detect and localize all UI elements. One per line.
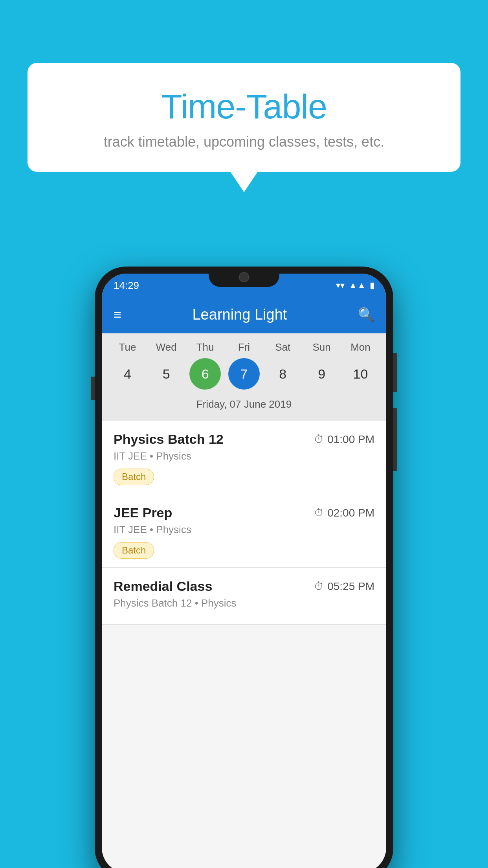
day-header-sat: Sat [267, 341, 299, 353]
side-button-power [393, 353, 397, 392]
speech-bubble-container: Time-Table track timetable, upcoming cla… [28, 63, 460, 172]
day-header-mon: Mon [345, 341, 376, 353]
day-number-6[interactable]: 6 [189, 358, 221, 390]
schedule-item-title-2: Remedial Class [114, 579, 212, 594]
day-number-5[interactable]: 5 [150, 358, 182, 390]
phone-frame: 14:29 ▾▾ ▲▲ ▮ ≡ Learning Light 🔍 TueWedT… [95, 267, 393, 868]
clock-icon-1: ⏱ [314, 507, 324, 519]
day-header-thu: Thu [189, 341, 221, 353]
schedule-item-header-1: JEE Prep ⏱ 02:00 PM [114, 505, 374, 520]
battery-icon: ▮ [370, 280, 374, 291]
schedule-item-subtitle-1: IIT JEE • Physics [114, 524, 374, 536]
schedule-item-subtitle-2: Physics Batch 12 • Physics [114, 597, 374, 609]
phone-outer: 14:29 ▾▾ ▲▲ ▮ ≡ Learning Light 🔍 TueWedT… [95, 267, 393, 868]
hamburger-icon[interactable]: ≡ [114, 308, 121, 321]
day-header-wed: Wed [150, 341, 182, 353]
day-number-10[interactable]: 10 [345, 358, 376, 390]
day-number-7[interactable]: 7 [228, 358, 260, 390]
status-icons: ▾▾ ▲▲ ▮ [336, 280, 374, 291]
schedule-item-1[interactable]: JEE Prep ⏱ 02:00 PM IIT JEE • Physics Ba… [102, 494, 386, 568]
schedule-item-2[interactable]: Remedial Class ⏱ 05:25 PM Physics Batch … [102, 568, 386, 625]
signal-icon: ▲▲ [349, 280, 366, 291]
bubble-title: Time-Table [47, 86, 441, 127]
side-button-volume [91, 377, 95, 400]
phone-notch [209, 267, 279, 287]
side-button-volume-right [393, 408, 397, 471]
calendar-date-label: Friday, 07 June 2019 [102, 395, 386, 417]
schedule-item-time-0: ⏱ 01:00 PM [314, 433, 374, 446]
phone-screen: 14:29 ▾▾ ▲▲ ▮ ≡ Learning Light 🔍 TueWedT… [102, 274, 386, 868]
clock-icon-2: ⏱ [314, 580, 324, 592]
schedule-item-title-1: JEE Prep [114, 505, 172, 520]
bubble-subtitle: track timetable, upcoming classes, tests… [47, 134, 441, 150]
schedule-item-title-0: Physics Batch 12 [114, 432, 224, 447]
status-time: 14:29 [114, 280, 139, 292]
schedule-item-time-1: ⏱ 02:00 PM [314, 507, 374, 519]
day-header-sun: Sun [306, 341, 338, 353]
day-number-8[interactable]: 8 [267, 358, 299, 390]
front-camera [239, 272, 249, 282]
schedule-item-header-2: Remedial Class ⏱ 05:25 PM [114, 579, 374, 594]
day-headers: TueWedThuFriSatSunMon [102, 341, 386, 353]
day-header-fri: Fri [228, 341, 260, 353]
app-title: Learning Light [131, 306, 349, 323]
clock-icon-0: ⏱ [314, 433, 324, 445]
day-header-tue: Tue [112, 341, 143, 353]
schedule-item-time-2: ⏱ 05:25 PM [314, 580, 374, 593]
schedule-item-header-0: Physics Batch 12 ⏱ 01:00 PM [114, 432, 374, 447]
day-number-4[interactable]: 4 [112, 358, 143, 390]
search-icon[interactable]: 🔍 [358, 307, 374, 322]
speech-bubble: Time-Table track timetable, upcoming cla… [28, 63, 460, 172]
batch-tag-0: Batch [114, 469, 154, 485]
day-number-9[interactable]: 9 [306, 358, 338, 390]
schedule-item-subtitle-0: IIT JEE • Physics [114, 450, 374, 462]
wifi-icon: ▾▾ [336, 280, 345, 291]
schedule-item-0[interactable]: Physics Batch 12 ⏱ 01:00 PM IIT JEE • Ph… [102, 421, 386, 494]
schedule-list: Physics Batch 12 ⏱ 01:00 PM IIT JEE • Ph… [102, 421, 386, 625]
day-numbers: 45678910 [102, 358, 386, 390]
app-bar: ≡ Learning Light 🔍 [102, 296, 386, 333]
calendar-strip: TueWedThuFriSatSunMon 45678910 Friday, 0… [102, 333, 386, 421]
batch-tag-1: Batch [114, 542, 154, 559]
